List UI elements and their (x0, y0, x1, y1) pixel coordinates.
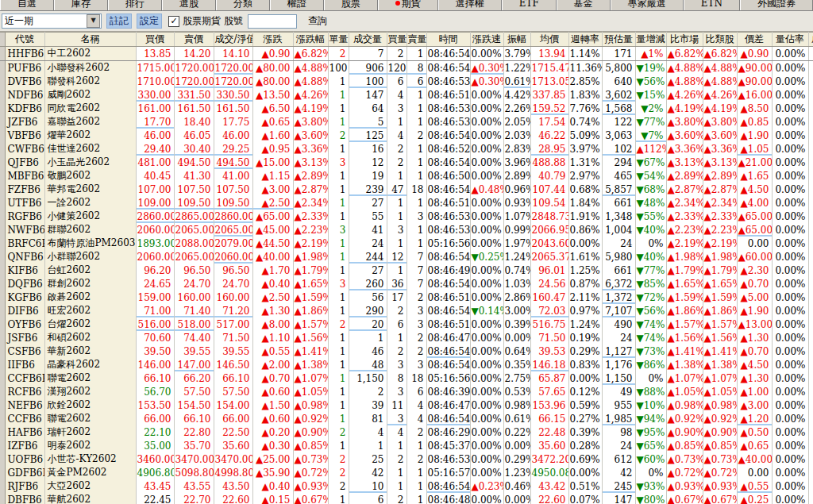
table-row[interactable]: BRFC6PM布蘭特原油PM26031893.002088.002079.00▲… (0, 237, 813, 250)
col-header-3[interactable]: 買價 (136, 33, 174, 47)
tab-外國證券[interactable]: 外國證券 (740, 0, 813, 10)
cell: 1720.00 (214, 61, 252, 75)
col-header-14[interactable]: 振幅 (503, 33, 530, 47)
cell: 1.23% (503, 466, 530, 479)
cell: 華新2602 (44, 344, 136, 358)
tab-股票[interactable]: 股票 (324, 0, 378, 10)
col-header-1[interactable]: 代號 (5, 33, 44, 47)
tab-分類[interactable]: 分類 (216, 0, 270, 10)
col-header-10[interactable]: 買量 (387, 33, 406, 47)
table-row[interactable]: CCFB6PM聯電260266.1066.2066.10▲0.70▲1.07%1… (0, 371, 813, 385)
col-header-19[interactable]: 比市場 (666, 33, 703, 47)
tab-自選[interactable]: 自選 (0, 0, 54, 10)
tab-ETN[interactable]: ETN (684, 0, 740, 10)
col-header-21[interactable]: 價差 (737, 33, 772, 47)
cell: 1,150 (602, 371, 635, 385)
tab-專家嚴選[interactable]: 專家嚴選 (611, 0, 684, 10)
tab-ETF[interactable]: ETF (502, 0, 557, 10)
table-row[interactable]: FZFB6華邦電2602107.00107.50107.50▲3.00▲2.87… (0, 183, 813, 196)
settings-button[interactable]: 設定 (137, 13, 162, 29)
cell: 2848.73 (530, 210, 568, 223)
table-row[interactable]: NDFB6威剛2602330.00331.50330.50▲13.50▲4.26… (0, 88, 813, 102)
cell: ▲60.00 (737, 250, 772, 264)
tab-權證[interactable]: 權證 (270, 0, 324, 10)
table-row[interactable]: KGFB6啟碁2602159.00160.00160.00▲2.50▲1.59%… (0, 290, 813, 304)
cell: 612 (602, 452, 635, 466)
col-header-8[interactable]: 單量 (328, 33, 349, 47)
col-header-2[interactable]: 名稱 (44, 33, 136, 47)
tab-選股[interactable]: 選股 (162, 0, 216, 10)
tab-基金[interactable]: 基金 (557, 0, 611, 10)
col-header-15[interactable]: 均價 (530, 33, 568, 47)
cell: 109.50 (174, 196, 214, 210)
cell: 1 (387, 264, 406, 277)
table-row[interactable]: DQFB6群創260224.6524.7024.70▲0.40▲1.65%326… (0, 277, 813, 290)
table-row[interactable]: NWFB6群聯26022060.002065.002065.00▲45.00▲2… (0, 223, 813, 237)
note-button[interactable]: 註記 (106, 13, 132, 29)
cell: ▲2.50 (252, 196, 293, 210)
cell: NWFB6 (5, 223, 44, 237)
table-row[interactable]: CCFB6聯電260266.0066.1066.00▲0.60▲0.92%181… (0, 412, 813, 425)
stock-futures-checkbox[interactable]: ✓ (168, 16, 179, 27)
table-row[interactable]: DVFB6聯發科26021710.001720.001720.00▲80.00▲… (0, 75, 813, 88)
cell: 153.96 (530, 398, 568, 412)
table-row[interactable]: QNFB6小群聯26022060.002065.002060.00▲40.00▲… (0, 250, 813, 264)
col-header-18[interactable]: 量增減 (635, 33, 666, 47)
table-row[interactable]: JZFB6嘉聯益260217.7018.4017.75▲0.65▲3.80%15… (0, 115, 813, 129)
cell: ▲5.00 (737, 290, 772, 304)
table-row[interactable]: HHFB6中工260213.8514.2014.10▲0.90▲6.82%272… (0, 47, 813, 61)
table-row[interactable]: UOFB6小世芯-KY26023460.003470.003470.00▲25.… (0, 452, 813, 466)
col-header-22[interactable]: 量佔率 (772, 33, 808, 47)
cell: 0.00% (470, 47, 503, 61)
table-row[interactable]: KIFB6台虹260296.2096.5096.50▲1.70▲1.79%127… (0, 264, 813, 277)
table-row[interactable]: HAFB6瑞軒260222.1022.8022.50▲0.20▲0.90%244… (0, 425, 813, 439)
table-row[interactable]: JSFB6和碩260270.6074.4071.50▲1.10▲1.56%111… (0, 331, 813, 344)
table-row[interactable]: IIFB6晶豪科2602146.00147.00146.50▲2.00▲1.38… (0, 358, 813, 371)
query-button[interactable]: 查詢 (308, 14, 327, 28)
table-row[interactable]: CSFB6華新260239.5039.5539.55▲0.55▲1.41%146… (0, 344, 813, 358)
cell: 1 (328, 493, 349, 504)
col-header-6[interactable]: 漲跌 (252, 33, 293, 47)
tab-選擇權[interactable]: 選擇權 (438, 0, 502, 10)
table-row[interactable]: PUFB6小聯發科26021715.001720.001720.00▲80.00… (0, 61, 813, 75)
cell: 08:46:54 (426, 304, 470, 317)
table-row[interactable]: OYFB6台燿2602516.00518.00517.00▲8.00▲1.57%… (0, 317, 813, 331)
table-row[interactable]: IZFB6明泰260235.0035.7035.60▲0.30▲0.85%111… (0, 439, 813, 452)
table-row[interactable]: DBFB6華航260222.4522.7022.60▲0.15▲0.67%162… (0, 493, 813, 504)
table-row[interactable]: KDFB6同欣電2602161.00161.50161.50▲6.50▲4.19… (0, 102, 813, 115)
table-row[interactable]: RCFB6漢翔260256.7057.5057.50▲0.60▲1.05%123… (0, 385, 813, 398)
col-header-11[interactable]: 賣量 (406, 33, 426, 47)
table-row[interactable]: CWFB6佳世達260229.4030.4029.25▲0.95▲3.36%11… (0, 142, 813, 156)
chevron-down-icon[interactable]: ▼ (87, 14, 100, 28)
table-row[interactable]: GDFB6PM黃金PM26024906.805098.804998.80▲35.… (0, 466, 813, 479)
table-row[interactable]: DIFB6旺宏260271.0071.4071.20▲1.30▲1.86%129… (0, 304, 813, 317)
cell: 43.50 (214, 479, 252, 493)
stock-no-input[interactable] (248, 14, 297, 29)
cell: 2.83% (503, 142, 530, 156)
col-header-4[interactable]: 賣價 (174, 33, 214, 47)
col-header-23[interactable]: 成 (808, 33, 813, 47)
table-row[interactable]: UTFB6一詮2602109.00109.50109.50▲2.50▲2.34%… (0, 196, 813, 210)
cell: NEFB6 (5, 398, 44, 412)
table-row[interactable]: RJFB6大亞260243.4543.5543.50▲0.40▲0.93%210… (0, 479, 813, 493)
table-row[interactable]: MBFB6敬鵬260240.4541.3041.00▲1.15▲2.89%119… (0, 169, 813, 183)
cell: 0.61% (503, 412, 530, 425)
table-row[interactable]: NEFB6欣銓2602153.50154.50154.00▲1.50▲0.98%… (0, 398, 813, 412)
table-row[interactable]: RGFB6小健策26022860.002865.002860.00▲65.00▲… (0, 210, 813, 223)
period-dropdown[interactable]: 近一期 ▼ (2, 13, 102, 29)
tab-庫存[interactable]: 庫存 (54, 0, 108, 10)
tab-排行[interactable]: 排行 (108, 0, 162, 10)
cell (808, 385, 813, 398)
col-header-5[interactable]: 成交/淨值 (214, 33, 252, 47)
table-row[interactable]: VBFB6燿華260246.0046.0546.00▲1.60▲3.60%212… (0, 129, 813, 142)
table-row[interactable]: QJFB6小玉晶光2602481.00494.50494.50▲15.00▲3.… (0, 156, 813, 169)
col-header-9[interactable]: 成交量 (349, 33, 387, 47)
col-header-7[interactable]: 漲跌幅 (293, 33, 328, 47)
col-header-17[interactable]: 預估量 (602, 33, 635, 47)
col-header-12[interactable]: 時間 (426, 33, 470, 47)
col-header-13[interactable]: 漲跌速 (470, 33, 503, 47)
tab-期貨[interactable]: 期貨 (378, 0, 438, 10)
col-header-16[interactable]: 週轉率 (568, 33, 602, 47)
cell: 08:46:53 (426, 210, 470, 223)
col-header-20[interactable]: 比類股 (703, 33, 737, 47)
